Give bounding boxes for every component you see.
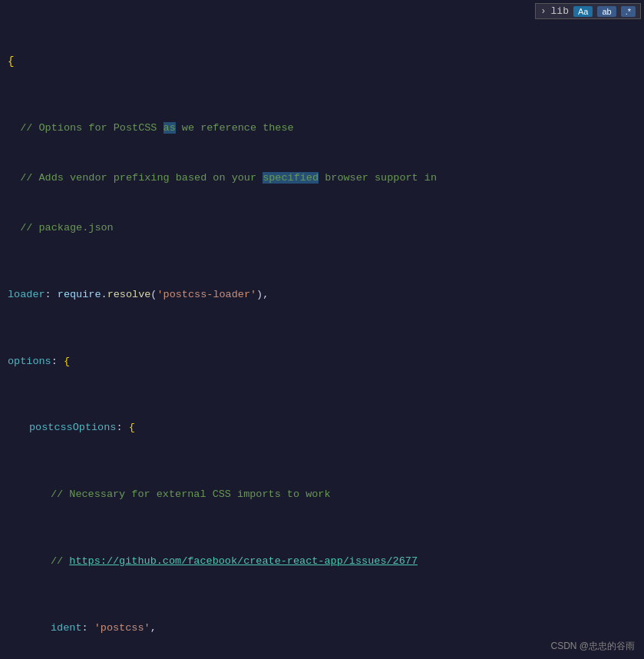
code-line: // package.json [8, 220, 644, 237]
code-line: // https://github.com/facebook/create-re… [8, 553, 644, 570]
code-line: ident: 'postcss', [8, 620, 644, 637]
code-line: { [8, 53, 644, 70]
code-line: loader: require.resolve('postcss-loader'… [8, 286, 644, 303]
code-line: // Options for PostCSS as we reference t… [8, 120, 644, 137]
watermark: CSDN @忠忠的谷雨 [550, 640, 635, 653]
search-bar: › lib Aa ab .* [535, 3, 641, 19]
search-btn-ab[interactable]: ab [597, 6, 616, 17]
code-line: options: { [8, 353, 644, 370]
code-area: { // Options for PostCSS as we reference… [0, 0, 644, 659]
code-line: // Adds vendor prefixing based on your s… [8, 170, 644, 187]
code-line: postcssOptions: { [8, 419, 644, 436]
search-prev-arrow[interactable]: › [540, 6, 546, 17]
code-line: // Necessary for external CSS imports to… [8, 486, 644, 503]
search-btn-regex[interactable]: .* [621, 6, 636, 17]
editor-container: › lib Aa ab .* { // Options for PostCSS … [0, 0, 644, 659]
search-btn-aa[interactable]: Aa [573, 6, 593, 17]
search-query: lib [551, 5, 569, 17]
